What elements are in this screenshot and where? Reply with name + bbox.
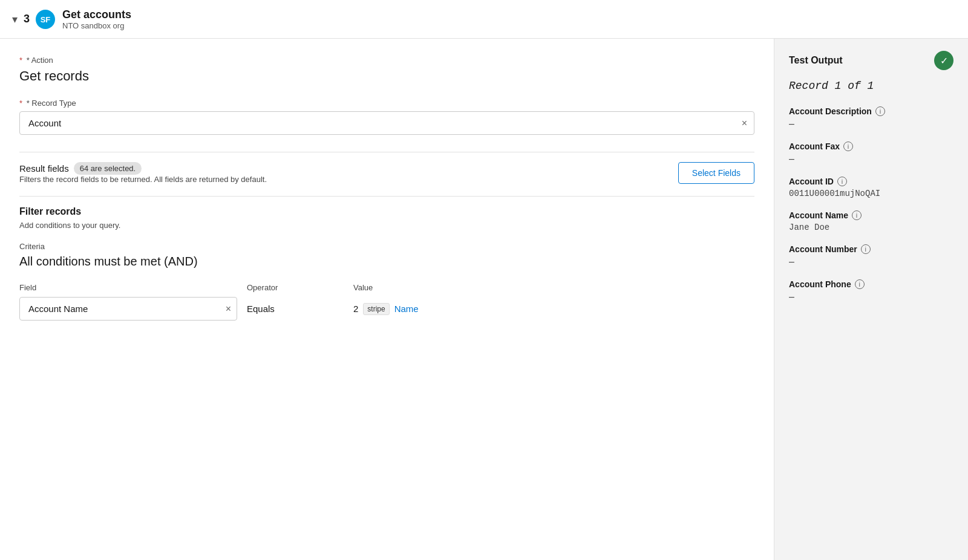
filter-row: × Equals 2 stripe Name <box>19 297 754 321</box>
result-fields-badge: 64 are selected. <box>74 162 142 175</box>
record-indicator: Record 1 of 1 <box>789 80 953 92</box>
output-field-name: Account Phone <box>789 279 851 289</box>
output-field-name: Account Fax <box>789 142 840 151</box>
output-field-value: Jane Doe <box>789 223 953 232</box>
output-field: Account IDi0011U00001mujNoQAI <box>789 177 953 198</box>
output-field-name: Account Description <box>789 106 872 116</box>
filter-field-input-wrapper: × <box>19 297 237 321</box>
select-fields-button[interactable]: Select Fields <box>678 162 754 184</box>
divider-1 <box>19 152 754 152</box>
filter-table-header: Field Operator Value <box>19 283 754 292</box>
output-field-value: – <box>789 119 953 129</box>
svg-text:SF: SF <box>41 15 51 24</box>
salesforce-logo-icon: SF <box>36 10 55 29</box>
filter-col-value-label: Value <box>353 283 754 292</box>
left-panel: * * Action Get records * * Record Type ×… <box>0 39 774 560</box>
divider-2 <box>19 196 754 197</box>
result-fields-label-row: Result fields 64 are selected. <box>19 162 267 175</box>
output-fields-container: Account Descriptioni–Account Faxi–Accoun… <box>789 106 953 302</box>
filter-col-field-label: Field <box>19 283 237 292</box>
success-checkmark-icon: ✓ <box>934 51 953 70</box>
header-title: Get accounts <box>62 8 131 21</box>
output-field: Account Numberi– <box>789 244 953 267</box>
output-field-header: Account Phonei <box>789 279 953 289</box>
output-field-value: 0011U00001mujNoQAI <box>789 189 953 198</box>
filter-records-desc: Add conditions to your query. <box>19 221 754 230</box>
filter-value-row: 2 stripe Name <box>353 303 754 315</box>
output-field: Account Faxi– <box>789 142 953 164</box>
filter-value-link[interactable]: Name <box>394 304 419 314</box>
info-icon[interactable]: i <box>875 106 885 116</box>
required-star: * <box>19 56 22 65</box>
output-field-name: Account Number <box>789 244 857 254</box>
step-number: 3 <box>24 13 30 25</box>
header-subtitle: NTO sandbox org <box>62 21 131 30</box>
info-icon[interactable]: i <box>861 244 871 254</box>
output-field: Account NameiJane Doe <box>789 210 953 232</box>
output-field-header: Account IDi <box>789 177 953 186</box>
info-icon[interactable]: i <box>852 210 862 220</box>
chevron-down-icon[interactable]: ▾ <box>12 13 18 26</box>
test-output-title: Test Output <box>789 55 843 66</box>
info-icon[interactable]: i <box>855 279 865 289</box>
criteria-value: All conditions must be met (AND) <box>19 255 754 269</box>
filter-records-title: Filter records <box>19 206 754 217</box>
result-fields-row: Result fields 64 are selected. Filters t… <box>19 162 754 186</box>
output-field-header: Account Namei <box>789 210 953 220</box>
output-field-name: Account Name <box>789 210 848 220</box>
output-field: Account Phonei– <box>789 279 953 302</box>
filter-field-clear-icon[interactable]: × <box>226 304 231 314</box>
record-type-wrapper: × <box>19 111 754 135</box>
record-type-label: * * Record Type <box>19 99 754 108</box>
filter-stripe-badge: stripe <box>363 303 389 315</box>
right-panel: Test Output ✓ Record 1 of 1 Account Desc… <box>774 39 968 560</box>
criteria-label: Criteria <box>19 242 754 251</box>
filter-col-operator-label: Operator <box>247 283 344 292</box>
output-field-header: Account Numberi <box>789 244 953 254</box>
info-icon[interactable]: i <box>843 142 853 151</box>
action-label: * * Action <box>19 56 754 65</box>
result-fields-label: Result fields <box>19 163 69 174</box>
filter-field-input[interactable] <box>19 297 237 321</box>
filter-value-num: 2 <box>353 304 358 314</box>
main-layout: * * Action Get records * * Record Type ×… <box>0 39 968 560</box>
filter-operator-value: Equals <box>247 304 344 314</box>
output-field-header: Account Faxi <box>789 142 953 151</box>
output-field-value: – <box>789 154 953 164</box>
header-text: Get accounts NTO sandbox org <box>62 8 131 30</box>
top-header: ▾ 3 SF Get accounts NTO sandbox org <box>0 0 968 39</box>
required-star-2: * <box>19 99 22 108</box>
output-field-name: Account ID <box>789 177 834 186</box>
output-field: Account Descriptioni– <box>789 106 953 129</box>
output-field-header: Account Descriptioni <box>789 106 953 116</box>
result-fields-desc: Filters the record fields to be returned… <box>19 175 267 184</box>
result-fields-left: Result fields 64 are selected. Filters t… <box>19 162 267 186</box>
info-icon[interactable]: i <box>837 177 847 186</box>
action-value: Get records <box>19 68 754 84</box>
test-output-header: Test Output ✓ <box>789 51 953 70</box>
output-field-value: – <box>789 256 953 267</box>
record-type-clear-icon[interactable]: × <box>742 118 747 129</box>
output-field-value: – <box>789 291 953 302</box>
record-type-input[interactable] <box>19 111 754 135</box>
